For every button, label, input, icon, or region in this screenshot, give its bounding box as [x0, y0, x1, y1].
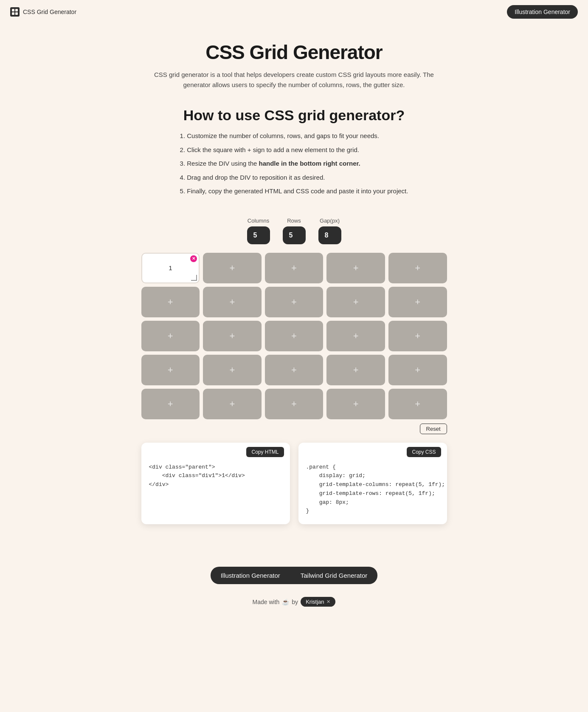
plus-5: +	[415, 263, 420, 274]
grid-cell-7[interactable]: +	[203, 287, 262, 317]
grid-cell-25[interactable]: +	[388, 389, 447, 419]
plus-6: +	[168, 297, 173, 308]
grid-wrapper: 1 ✕ + + + + + + + + + + + + + + + + + + …	[133, 253, 456, 419]
plus-21: +	[168, 398, 173, 410]
plus-7: +	[229, 297, 235, 308]
grid-cell-4[interactable]: +	[326, 253, 385, 283]
html-code: <div class="parent"> <div class="div1">1…	[141, 457, 290, 508]
footer-links: Illustration Generator Tailwind Grid Gen…	[8, 567, 580, 584]
grid-cell-15[interactable]: +	[388, 321, 447, 351]
plus-25: +	[415, 398, 420, 410]
author-badge: Kristjan ✕	[301, 597, 335, 607]
grid-cell-9[interactable]: +	[326, 287, 385, 317]
plus-19: +	[353, 364, 359, 376]
grid-cell-22[interactable]: +	[203, 389, 262, 419]
html-panel: Copy HTML <div class="parent"> <div clas…	[141, 443, 290, 525]
plus-24: +	[353, 398, 359, 410]
controls: Columns Rows Gap(px)	[0, 218, 588, 244]
how-to-section: How to use CSS grid generator? 1. Custom…	[0, 94, 588, 205]
css-panel-header: Copy CSS	[298, 443, 447, 457]
grid-cell-16[interactable]: +	[141, 355, 200, 385]
x-icon: ✕	[326, 599, 330, 605]
grid-cell-6[interactable]: +	[141, 287, 200, 317]
cell-1-label: 1	[169, 264, 172, 271]
cell-resize-handle[interactable]	[191, 275, 197, 281]
gap-input[interactable]	[318, 226, 341, 244]
grid-cell-23[interactable]: +	[265, 389, 324, 419]
grid-cell-10[interactable]: +	[388, 287, 447, 317]
footer-tailwind-button[interactable]: Tailwind Grid Generator	[290, 567, 378, 584]
copy-css-button[interactable]: Copy CSS	[407, 447, 441, 457]
grid-cell-20[interactable]: +	[388, 355, 447, 385]
plus-13: +	[291, 331, 297, 342]
step-5: 5. Finally, copy the generated HTML and …	[180, 186, 408, 196]
navbar: CSS Grid Generator Illustration Generato…	[0, 0, 588, 24]
plus-17: +	[229, 364, 235, 376]
plus-16: +	[168, 364, 173, 376]
columns-input[interactable]	[247, 226, 270, 244]
grid-cell-14[interactable]: +	[326, 321, 385, 351]
svg-rect-4	[15, 12, 18, 15]
gap-label: Gap(px)	[320, 218, 340, 224]
plus-8: +	[291, 297, 297, 308]
coffee-emoji: ☕	[282, 599, 289, 605]
grid-cell-21[interactable]: +	[141, 389, 200, 419]
reset-button[interactable]: Reset	[420, 424, 447, 434]
footer: Illustration Generator Tailwind Grid Gen…	[0, 541, 588, 624]
plus-3: +	[291, 263, 297, 274]
logo-icon	[10, 7, 20, 17]
hero-description: CSS grid generator is a tool that helps …	[146, 70, 443, 90]
plus-15: +	[415, 331, 420, 342]
grid-cell-19[interactable]: +	[326, 355, 385, 385]
step-3: 3. Resize the DIV using the handle in th…	[180, 159, 408, 169]
hero-title: CSS Grid Generator	[8, 41, 580, 64]
nav-logo: CSS Grid Generator	[10, 7, 76, 17]
step-4: 4. Drag and drop the DIV to reposition i…	[180, 173, 408, 183]
plus-2: +	[229, 263, 235, 274]
copy-html-button[interactable]: Copy HTML	[246, 447, 284, 457]
author-name: Kristjan	[306, 599, 324, 605]
how-to-title: How to use CSS grid generator?	[8, 107, 580, 124]
code-panels: Copy HTML <div class="parent"> <div clas…	[133, 443, 456, 525]
gap-control: Gap(px)	[318, 218, 341, 244]
reset-row: Reset	[133, 424, 456, 434]
by-text: by	[292, 599, 298, 605]
svg-rect-3	[12, 12, 14, 15]
rows-label: Rows	[287, 218, 301, 224]
nav-logo-text: CSS Grid Generator	[23, 8, 76, 15]
plus-12: +	[229, 331, 235, 342]
made-with-text: Made with	[253, 599, 280, 605]
footer-credit: Made with ☕ by Kristjan ✕	[8, 597, 580, 607]
grid-cell-3[interactable]: +	[265, 253, 324, 283]
svg-rect-0	[10, 7, 20, 17]
grid-cell-12[interactable]: +	[203, 321, 262, 351]
plus-9: +	[353, 297, 359, 308]
grid-cell-2[interactable]: +	[203, 253, 262, 283]
grid-cell-13[interactable]: +	[265, 321, 324, 351]
plus-22: +	[229, 398, 235, 410]
footer-illustration-button[interactable]: Illustration Generator	[211, 567, 290, 584]
svg-rect-2	[15, 9, 18, 11]
how-to-steps: 1. Customize the number of columns, rows…	[180, 131, 408, 201]
plus-14: +	[353, 331, 359, 342]
grid-cell-8[interactable]: +	[265, 287, 324, 317]
grid-cell-24[interactable]: +	[326, 389, 385, 419]
cell-close-icon[interactable]: ✕	[190, 255, 197, 262]
grid-cell-18[interactable]: +	[265, 355, 324, 385]
rows-input[interactable]	[283, 226, 306, 244]
css-grid: 1 ✕ + + + + + + + + + + + + + + + + + + …	[141, 253, 447, 419]
step-2: 2. Click the square with + sign to add a…	[180, 145, 408, 155]
plus-11: +	[168, 331, 173, 342]
rows-control: Rows	[283, 218, 306, 244]
grid-cell-5[interactable]: +	[388, 253, 447, 283]
nav-cta-button[interactable]: Illustration Generator	[507, 5, 578, 19]
plus-4: +	[353, 263, 359, 274]
html-panel-header: Copy HTML	[141, 443, 290, 457]
step-1: 1. Customize the number of columns, rows…	[180, 131, 408, 141]
css-code: .parent { display: grid; grid-template-c…	[298, 457, 447, 525]
grid-cell-1[interactable]: 1 ✕	[141, 253, 200, 283]
grid-cell-11[interactable]: +	[141, 321, 200, 351]
grid-cell-17[interactable]: +	[203, 355, 262, 385]
hero-section: CSS Grid Generator CSS grid generator is…	[0, 24, 588, 94]
css-panel: Copy CSS .parent { display: grid; grid-t…	[298, 443, 447, 525]
